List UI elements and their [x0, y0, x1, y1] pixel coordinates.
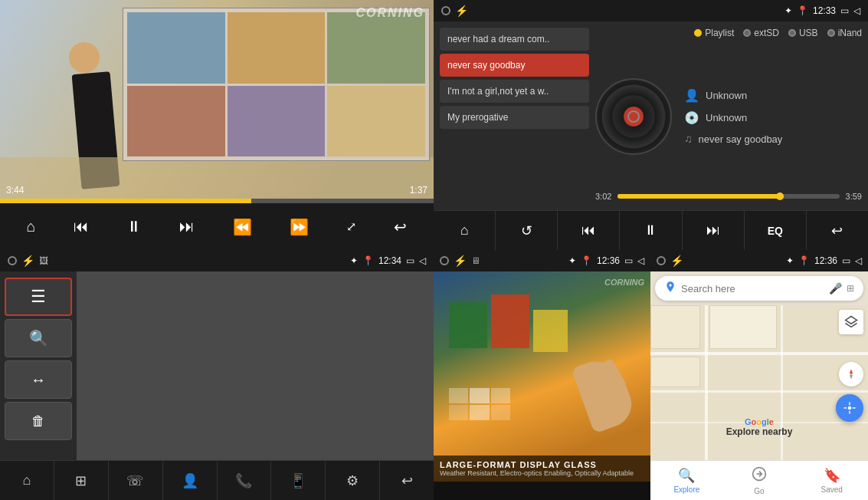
svg-marker-1: [846, 317, 857, 324]
video-progress-track[interactable]: [0, 199, 434, 203]
prev-button[interactable]: ⏮: [67, 212, 95, 242]
album-art-area: 👤 Unknown 💿 Unknown ♫ never say goodbay: [595, 44, 862, 189]
google-logo: Google: [745, 417, 774, 426]
svg-point-4: [848, 406, 852, 410]
status-bar-q2: ⚡ ✦ 📍 12:33 ▭ ◁: [434, 0, 868, 21]
music-controls: ⌂ ↺ ⏮ ⏸ ⏭ EQ ↩: [434, 210, 868, 250]
overlay-subtitle: Weather Resistant, Electro-optics Enabli…: [440, 469, 644, 477]
search-btn[interactable]: 🔍: [5, 319, 72, 357]
status-bar-q4m: ⚡ ✦ 📍 12:36 ▭ ◁: [650, 250, 868, 271]
bottom-apps-red-btn[interactable]: 📱: [271, 461, 326, 500]
go-nav-btn[interactable]: Go: [723, 461, 796, 500]
timestamp-total: 1:37: [410, 185, 427, 196]
playlist-item-1[interactable]: never say goodbay: [440, 54, 589, 77]
explore-nav-btn[interactable]: 🔍 Explore: [650, 461, 723, 500]
go-icon: [752, 466, 767, 485]
music-main: never had a dream com.. never say goodba…: [434, 21, 868, 210]
music-progress-fill: [617, 194, 784, 199]
forward-button[interactable]: ⏩: [283, 212, 315, 242]
bottom-phone-btn[interactable]: 📞: [218, 461, 272, 500]
bottom-settings-btn[interactable]: ⚙: [326, 461, 380, 500]
rewind-button[interactable]: ⏪: [227, 212, 258, 242]
source-inand[interactable]: iNand: [827, 28, 862, 38]
usb-icon-q4v: ⚡: [454, 255, 467, 267]
home-button[interactable]: ⌂: [21, 212, 42, 242]
go-label: Go: [754, 487, 764, 495]
album-icon: 💿: [684, 110, 699, 125]
music-prev-btn[interactable]: ⏮: [558, 211, 620, 250]
source-extsd[interactable]: extSD: [743, 28, 779, 38]
status-circle-q2: [441, 6, 450, 15]
music-home-btn[interactable]: ⌂: [434, 211, 496, 250]
maps-search-input[interactable]: [681, 283, 824, 294]
music-next-btn[interactable]: ⏭: [683, 211, 745, 250]
music-progress-track[interactable]: [617, 194, 839, 199]
playlist-item-3[interactable]: My prerogative: [440, 106, 589, 129]
bottom-call-btn[interactable]: ☏: [109, 461, 163, 500]
playlist-item-2[interactable]: I'm not a girl,not yet a w..: [440, 80, 589, 103]
music-pause-btn[interactable]: ⏸: [620, 211, 682, 250]
screen-icon-q4v: 🖥: [471, 255, 480, 266]
back-button[interactable]: ↩: [388, 212, 413, 242]
source-playlist[interactable]: Playlist: [694, 28, 734, 38]
artist-label: Unknown: [706, 90, 747, 101]
title-label: never say goodbay: [699, 133, 783, 145]
status-circle-q4v: [440, 256, 449, 265]
delete-btn[interactable]: 🗑: [5, 402, 72, 440]
saved-nav-btn[interactable]: 🔖 Saved: [795, 461, 868, 500]
status-bar-q3: ⚡ 🖼 ✦ 📍 12:34 ▭ ◁: [0, 250, 434, 271]
usb-icon-q3: ⚡: [21, 255, 34, 267]
corning-logo-q4v: CORNING: [604, 278, 644, 287]
next-button[interactable]: ⏭: [173, 212, 201, 242]
svg-point-0: [669, 284, 671, 286]
overlay-text: LARGE-FORMAT DISPLAY GLASS Weather Resis…: [434, 456, 650, 482]
grid-icon[interactable]: ⊞: [847, 283, 854, 294]
bluetooth-icon-q4v: ✦: [568, 255, 576, 266]
maps-logo-icon: [664, 281, 676, 296]
overlay-title: LARGE-FORMAT DISPLAY GLASS: [440, 460, 644, 469]
music-repeat-btn[interactable]: ↺: [496, 211, 558, 250]
location-icon-q4v: 📍: [581, 255, 592, 266]
bottom-back-btn[interactable]: ↩: [380, 461, 434, 500]
time-q3: 12:34: [378, 255, 401, 266]
layers-button[interactable]: [839, 310, 863, 334]
bottom-home-btn[interactable]: ⌂: [0, 461, 54, 500]
album-label: Unknown: [706, 112, 747, 123]
transfer-btn[interactable]: ↔: [5, 360, 72, 399]
corning-watermark: CORNING: [355, 6, 424, 20]
q4-split: ⚡ 🖥 ✦ 📍 12:36 ▭ ◁: [434, 250, 868, 500]
source-usb[interactable]: USB: [788, 28, 818, 38]
explore-icon: 🔍: [678, 467, 695, 484]
artist-icon: 👤: [684, 88, 699, 103]
mic-icon[interactable]: 🎤: [829, 282, 842, 294]
list-view-btn[interactable]: ☰: [5, 278, 72, 316]
compass-button[interactable]: [839, 362, 863, 387]
q4-maps-panel: ⚡ ✦ 📍 12:36 ▭ ◁ 🎤 ⊞: [650, 250, 868, 500]
bottom-contacts-btn[interactable]: 👤: [163, 461, 218, 500]
playlist-item-0[interactable]: never had a dream com..: [440, 28, 589, 51]
bluetooth-icon-q4m: ✦: [786, 255, 794, 266]
time-q4v: 12:36: [597, 255, 620, 266]
music-eq-btn[interactable]: EQ: [745, 211, 807, 250]
video-progress-fill: [0, 199, 251, 203]
back-icon-q3: ◁: [419, 255, 426, 266]
q4-video-panel: ⚡ 🖥 ✦ 📍 12:36 ▭ ◁: [434, 250, 650, 500]
svg-marker-3: [850, 374, 853, 380]
time-current: 3:02: [595, 192, 611, 201]
q4-video-display: CORNING LARGE-FORMAT DISPLAY GLASS Weath…: [434, 271, 650, 482]
music-back-btn[interactable]: ↩: [807, 211, 868, 250]
bluetooth-icon-q3: ✦: [350, 255, 358, 266]
music-progress: 3:02 3:59: [595, 189, 862, 204]
fullscreen-button[interactable]: ⤢: [340, 213, 362, 240]
pause-button[interactable]: ⏸: [120, 212, 148, 242]
maps-search-bar[interactable]: 🎤 ⊞: [655, 276, 863, 301]
search-right-icons: 🎤 ⊞: [829, 282, 854, 294]
usb-icon-q2: ⚡: [455, 5, 468, 17]
location-icon-q2: 📍: [797, 5, 808, 16]
location-button[interactable]: [836, 394, 863, 422]
bottom-apps-btn[interactable]: ⊞: [54, 461, 109, 500]
back-icon-q2: ◁: [853, 5, 860, 16]
svg-marker-2: [850, 369, 853, 374]
battery-icon-q4v: ▭: [624, 255, 633, 266]
music-progress-thumb: [776, 192, 784, 200]
